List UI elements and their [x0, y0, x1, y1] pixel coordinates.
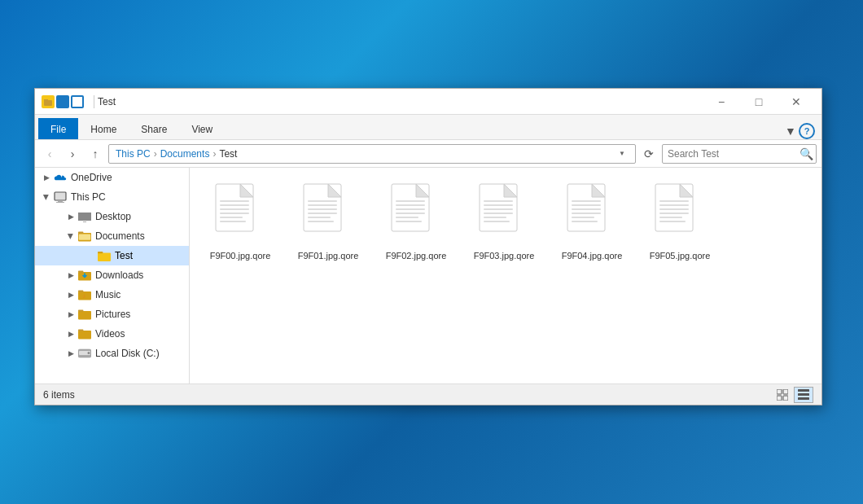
- svg-rect-1: [44, 99, 48, 101]
- localdisk-label: Local Disk (C:): [95, 348, 160, 359]
- svg-rect-39: [396, 208, 425, 210]
- svg-rect-56: [572, 221, 598, 222]
- ribbon: File Home Share View ▼ ?: [35, 115, 821, 140]
- view-list-button[interactable]: [794, 387, 813, 403]
- svg-rect-51: [572, 200, 601, 202]
- up-button[interactable]: ↑: [85, 144, 105, 164]
- file-item-2[interactable]: F9F02.jpg.qore: [375, 177, 457, 265]
- svg-rect-70: [798, 397, 809, 400]
- thispc-icon: [53, 190, 68, 204]
- file-item-0[interactable]: F9F00.jpg.qore: [199, 177, 281, 265]
- expand-arrow-downloads: ▶: [64, 269, 77, 282]
- svg-rect-53: [572, 208, 601, 210]
- svg-rect-38: [396, 204, 425, 206]
- svg-rect-2: [55, 192, 66, 200]
- expand-arrow-pictures: ▶: [64, 308, 77, 321]
- sidebar-item-pictures[interactable]: ▶ Pictures: [35, 305, 189, 324]
- sidebar-item-music[interactable]: ▶ ♪ Music: [35, 285, 189, 305]
- file-area: F9F00.jpg.qore F9F01: [190, 168, 821, 383]
- search-button[interactable]: 🔍: [796, 144, 816, 164]
- documents-icon: [77, 229, 92, 243]
- desktop-label: Desktop: [95, 211, 131, 222]
- search-input[interactable]: [663, 148, 796, 160]
- tab-home[interactable]: Home: [78, 118, 129, 139]
- title-icon-blue: [56, 95, 69, 108]
- sidebar-item-downloads[interactable]: ▶ Downloads: [35, 265, 189, 285]
- breadcrumb-sep-2: ›: [212, 148, 216, 160]
- svg-rect-68: [798, 389, 809, 392]
- desktop-icon: [77, 209, 92, 224]
- svg-rect-30: [308, 200, 337, 202]
- back-button[interactable]: ‹: [40, 144, 59, 164]
- breadcrumb-this-pc[interactable]: This PC: [116, 148, 151, 160]
- expand-arrow-desktop: ▶: [64, 210, 77, 223]
- breadcrumb-dropdown-button[interactable]: ▼: [615, 144, 629, 164]
- pictures-label: Pictures: [95, 309, 130, 320]
- svg-rect-61: [659, 213, 689, 214]
- svg-rect-31: [308, 204, 337, 206]
- pictures-icon: [77, 307, 92, 322]
- ribbon-tabs: File Home Share View ▼ ?: [35, 115, 821, 139]
- refresh-button[interactable]: ⟳: [639, 144, 659, 164]
- svg-rect-47: [484, 213, 513, 214]
- svg-rect-11: [78, 270, 83, 272]
- breadcrumb-test: Test: [219, 148, 237, 160]
- forward-button[interactable]: ›: [63, 144, 82, 164]
- tab-file[interactable]: File: [38, 118, 78, 139]
- svg-rect-28: [220, 221, 246, 222]
- sidebar-item-documents[interactable]: ▶ Documents: [35, 226, 189, 246]
- window-title: Test: [98, 96, 703, 107]
- test-label: Test: [115, 250, 133, 261]
- tab-view[interactable]: View: [179, 118, 225, 139]
- svg-rect-32: [308, 208, 337, 210]
- music-icon: ♪: [77, 287, 92, 302]
- title-bar: Test − □ ✕: [35, 89, 821, 115]
- svg-rect-42: [396, 221, 422, 222]
- title-icon-outline: [71, 95, 84, 108]
- title-bar-separator: [94, 95, 94, 108]
- file-icon-1: [300, 182, 357, 248]
- file-explorer-window: Test − □ ✕ File Home Share View ▼ ? ‹ › …: [34, 88, 822, 405]
- sidebar-item-thispc[interactable]: ▶ This PC: [35, 187, 189, 207]
- breadcrumb-documents[interactable]: Documents: [160, 148, 210, 160]
- sidebar-item-localdisk[interactable]: ▶ Local Disk (C:): [35, 344, 189, 363]
- svg-rect-35: [308, 221, 334, 222]
- svg-rect-3: [58, 200, 63, 202]
- thispc-label: This PC: [71, 191, 106, 203]
- svg-rect-45: [484, 204, 513, 206]
- maximize-button[interactable]: □: [740, 89, 778, 115]
- main-area: ▶ OneDrive ▶ This PC: [35, 168, 821, 383]
- svg-rect-66: [777, 396, 782, 401]
- onedrive-icon: [53, 170, 68, 185]
- documents-label: Documents: [95, 230, 145, 242]
- item-count: 6 items: [43, 389, 75, 401]
- tab-share[interactable]: Share: [129, 118, 179, 139]
- help-button[interactable]: ?: [799, 123, 815, 139]
- localdisk-icon: [77, 346, 92, 361]
- file-name-4: F9F04.jpg.qore: [562, 251, 623, 261]
- expand-arrow-localdisk: ▶: [64, 347, 77, 360]
- minimize-button[interactable]: −: [703, 89, 740, 115]
- expand-arrow-documents: ▶: [64, 230, 77, 243]
- svg-rect-6: [78, 231, 83, 233]
- file-name-5: F9F05.jpg.qore: [650, 251, 711, 261]
- svg-rect-23: [220, 200, 249, 202]
- close-button[interactable]: ✕: [778, 89, 815, 115]
- expand-arrow-music: ▶: [64, 288, 77, 301]
- file-name-1: F9F01.jpg.qore: [298, 251, 359, 261]
- svg-rect-41: [396, 217, 418, 218]
- downloads-label: Downloads: [95, 270, 143, 281]
- file-icon-5: [651, 182, 708, 248]
- sidebar-item-videos[interactable]: ▶ Videos: [35, 324, 189, 344]
- sidebar-item-desktop[interactable]: ▶ Desktop: [35, 207, 189, 226]
- file-item-3[interactable]: F9F03.jpg.qore: [463, 177, 545, 265]
- view-grid-button[interactable]: [773, 387, 792, 403]
- file-item-5[interactable]: F9F05.jpg.qore: [639, 177, 721, 265]
- svg-rect-67: [783, 396, 788, 401]
- file-item-1[interactable]: F9F01.jpg.qore: [287, 177, 369, 265]
- svg-rect-24: [220, 204, 249, 206]
- sidebar-item-onedrive[interactable]: ▶ OneDrive: [35, 168, 189, 187]
- ribbon-expand-button[interactable]: ▼: [782, 123, 799, 139]
- file-item-4[interactable]: F9F04.jpg.qore: [551, 177, 633, 265]
- sidebar-item-test[interactable]: Test: [35, 246, 189, 265]
